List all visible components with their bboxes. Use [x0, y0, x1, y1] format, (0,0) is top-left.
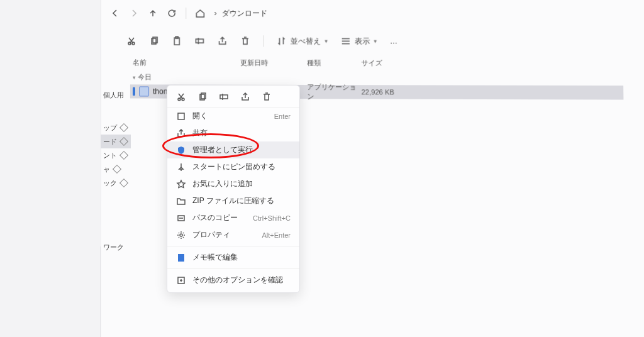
breadcrumb-sep: › [214, 9, 216, 18]
sidebar-item[interactable]: ント [101, 148, 131, 162]
forward-icon[interactable] [129, 8, 139, 18]
shortcut: Ctrl+Shift+C [253, 214, 291, 222]
share-icon[interactable] [240, 92, 250, 102]
refresh-icon[interactable] [167, 8, 177, 18]
share-icon[interactable] [218, 36, 228, 46]
folder-icon [176, 196, 186, 206]
notepad-icon [176, 253, 186, 263]
copy-path-icon [176, 213, 186, 223]
back-icon[interactable] [110, 8, 120, 18]
pin-icon [119, 123, 128, 132]
context-menu: 開く Enter 共有 管理者として実行 スタートにピン留めする お気に入りに追… [167, 85, 300, 293]
pin-icon [119, 137, 128, 146]
col-size[interactable]: サイズ [361, 58, 412, 68]
open-icon [176, 111, 186, 121]
menu-copy-path[interactable]: パスのコピー Ctrl+Shift+C [167, 209, 299, 226]
svg-rect-12 [178, 113, 184, 119]
rename-icon[interactable] [219, 92, 229, 102]
sidebar-item[interactable]: ード [101, 135, 131, 148]
column-headers: 名前 更新日時 種類 サイズ [101, 55, 644, 71]
sidebar-item[interactable]: ップ [101, 121, 131, 135]
sort-icon [276, 36, 286, 46]
file-size: 22,926 KB [362, 88, 413, 96]
view-label: 表示 [355, 36, 370, 47]
pin-icon [119, 179, 128, 187]
chevron-down-icon: ▾ [374, 38, 377, 44]
cut-icon[interactable] [126, 36, 136, 46]
svg-point-14 [180, 234, 182, 236]
shortcut: Enter [274, 113, 291, 120]
pin-icon [176, 162, 186, 172]
menu-notepad[interactable]: メモ帳で編集 [167, 249, 299, 266]
separator [167, 246, 299, 246]
shield-icon [176, 145, 186, 155]
context-menu-toolbar [167, 89, 299, 108]
group-today[interactable]: 今日 [101, 70, 644, 86]
copy-icon[interactable] [149, 36, 159, 46]
view-button[interactable]: 表示 ▾ [341, 36, 377, 47]
view-icon [341, 36, 351, 46]
sort-button[interactable]: 並べ替え ▾ [276, 36, 328, 47]
copy-icon[interactable] [197, 92, 208, 102]
menu-properties[interactable]: プロパティ Alt+Enter [167, 226, 299, 243]
cut-icon[interactable] [176, 92, 186, 102]
menu-more-options[interactable]: その他のオプションを確認 [167, 272, 299, 289]
col-date[interactable]: 更新日時 [240, 58, 307, 67]
sidebar-item[interactable]: ャ [101, 162, 131, 176]
pin-icon [113, 165, 121, 174]
shortcut: Alt+Enter [262, 231, 291, 239]
delete-icon[interactable] [262, 92, 272, 102]
sidebar-item[interactable]: ワーク [101, 240, 131, 254]
menu-run-as-admin[interactable]: 管理者として実行 [167, 141, 299, 158]
sidebar-item[interactable]: 個人用 [101, 88, 131, 102]
nav-bar: › ダウンロード [101, 0, 644, 27]
selection-badge [133, 87, 135, 96]
more-button[interactable]: … [390, 36, 397, 45]
divider [263, 35, 264, 47]
svg-rect-6 [196, 39, 203, 43]
file-type: アプリケーション [307, 82, 361, 102]
star-icon [176, 179, 186, 189]
app-file-icon [139, 86, 149, 96]
sort-label: 並べ替え [291, 36, 321, 47]
col-type[interactable]: 種類 [307, 58, 361, 68]
breadcrumb-current[interactable]: ダウンロード [222, 8, 268, 19]
share-icon [176, 128, 186, 138]
sidebar-item[interactable]: ック [101, 176, 131, 190]
home-icon[interactable] [195, 8, 205, 18]
menu-favorite[interactable]: お気に入りに追加 [167, 175, 299, 192]
paste-icon[interactable] [172, 36, 182, 46]
menu-pin-start[interactable]: スタートにピン留めする [167, 158, 299, 175]
menu-zip[interactable]: ZIP ファイルに圧縮する [167, 192, 299, 209]
col-name[interactable]: 名前 [133, 58, 240, 67]
rename-icon[interactable] [194, 36, 204, 46]
svg-rect-15 [178, 254, 184, 262]
svg-rect-11 [220, 95, 228, 99]
separator [167, 268, 299, 269]
more-icon [176, 275, 186, 285]
breadcrumb[interactable]: › ダウンロード [214, 8, 267, 19]
properties-icon [176, 230, 186, 240]
pin-icon [119, 151, 128, 160]
divider [186, 8, 186, 19]
chevron-down-icon: ▾ [325, 38, 328, 44]
up-icon[interactable] [148, 8, 158, 18]
delete-icon[interactable] [240, 36, 250, 46]
menu-open[interactable]: 開く Enter [167, 108, 299, 124]
menu-share[interactable]: 共有 [167, 124, 299, 141]
toolbar: 並べ替え ▾ 表示 ▾ … [101, 26, 644, 56]
